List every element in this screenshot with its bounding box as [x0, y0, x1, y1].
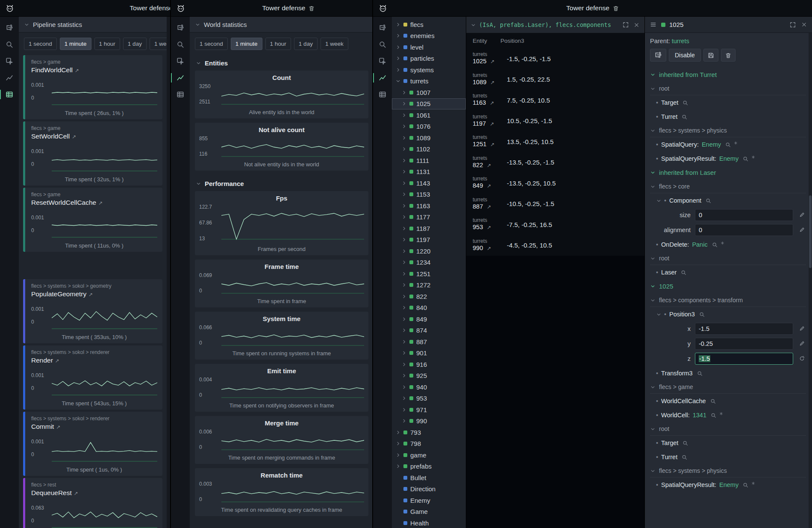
search-icon[interactable]: [710, 398, 716, 404]
chevron-icon[interactable]: [401, 169, 406, 174]
chevron-icon[interactable]: [401, 283, 406, 287]
time-range-1-hour[interactable]: 1 hour: [94, 38, 120, 50]
tree-item-1025[interactable]: 1025: [392, 98, 466, 110]
chevron-icon[interactable]: [401, 407, 406, 412]
tree-item-turrets[interactable]: turrets: [392, 76, 466, 87]
inspector-group-header[interactable]: flecs > systems > physics: [650, 124, 806, 137]
card-title-link[interactable]: Render↗: [31, 357, 157, 364]
query-result-row-849[interactable]: turrets849 ↗-13.5, -0.25, 10.5: [466, 173, 644, 194]
search-icon[interactable]: [682, 114, 687, 120]
chevron-icon[interactable]: [401, 237, 406, 242]
query-result-row-953[interactable]: turrets953 ↗-7.5, -0.25, 16.5: [466, 214, 644, 235]
tree-item-916[interactable]: 916: [392, 359, 466, 370]
inspect-icon[interactable]: [174, 54, 187, 68]
inspector-group-header[interactable]: flecs > core: [650, 180, 806, 193]
entity-cell[interactable]: turrets1089 ↗: [466, 73, 500, 86]
chevron-icon[interactable]: [401, 158, 406, 163]
inspector-group-header[interactable]: flecs > systems > physics: [650, 464, 806, 478]
table-icon[interactable]: [3, 88, 16, 101]
component-row[interactable]: •Turret: [650, 450, 806, 464]
tree-item-940[interactable]: 940: [392, 381, 466, 393]
chevron-icon[interactable]: [401, 101, 406, 106]
tree-item-Bullet[interactable]: Bullet: [392, 472, 466, 484]
tree-item-1272[interactable]: 1272: [392, 280, 466, 291]
chevron-icon[interactable]: [401, 136, 406, 140]
inspector-group-header[interactable]: root: [650, 251, 806, 265]
chevron-down-icon[interactable]: [471, 23, 476, 27]
chevron-icon[interactable]: [401, 328, 406, 333]
tree-item-1089[interactable]: 1089: [392, 132, 466, 144]
entity-cell[interactable]: turrets849 ↗: [466, 176, 500, 190]
undo-icon[interactable]: [797, 356, 806, 361]
close-icon[interactable]: [800, 21, 808, 28]
search-icon[interactable]: [683, 100, 688, 106]
time-range-1-day[interactable]: 1 day: [123, 38, 147, 50]
tree-item-flecs[interactable]: flecs: [392, 19, 466, 30]
chevron-icon[interactable]: [401, 317, 406, 322]
component-row[interactable]: •Target: [650, 95, 806, 109]
inspect-icon[interactable]: [376, 54, 389, 68]
delete-button[interactable]: [721, 49, 736, 62]
chevron-icon[interactable]: [401, 147, 406, 151]
component-value-link[interactable]: Enemy: [702, 141, 721, 148]
edit-icon[interactable]: [797, 227, 806, 233]
search-icon[interactable]: [174, 38, 187, 51]
chart-icon[interactable]: [376, 71, 389, 85]
tree-item-particles[interactable]: particles: [392, 53, 466, 65]
time-range-1-hour[interactable]: 1 hour: [265, 38, 291, 50]
entity-cell[interactable]: turrets822 ↗: [466, 156, 500, 169]
search-icon[interactable]: [699, 312, 705, 317]
inspector-section-header[interactable]: 1025: [650, 279, 806, 293]
entity-cell[interactable]: turrets1197 ↗: [466, 114, 500, 128]
tree-item-prefabs[interactable]: prefabs: [392, 461, 466, 472]
asterisk-icon[interactable]: [751, 481, 755, 485]
chart-icon[interactable]: [3, 71, 16, 85]
chevron-icon[interactable]: [395, 453, 400, 457]
entity-cell[interactable]: turrets990 ↗: [466, 239, 500, 252]
query-result-row-1163[interactable]: turrets1163 ↗7.5, -0.25, 10.5: [466, 90, 644, 111]
chevron-icon[interactable]: [401, 351, 406, 355]
chevron-down-icon[interactable]: [656, 199, 661, 203]
chevron-icon[interactable]: [401, 294, 406, 299]
table-icon[interactable]: [174, 88, 187, 101]
tree-item-1061[interactable]: 1061: [392, 109, 466, 121]
parent-link[interactable]: turrets: [672, 38, 689, 44]
tree-item-1251[interactable]: 1251: [392, 268, 466, 280]
component-value-link[interactable]: Enemy: [719, 155, 738, 162]
field-input-z[interactable]: -1.5: [695, 353, 793, 365]
query-result-row-1025[interactable]: turrets1025 ↗-1.5, -0.25, -1.5: [466, 48, 644, 69]
tree-item-level[interactable]: level: [392, 41, 466, 53]
search-icon[interactable]: [706, 198, 711, 204]
chevron-icon[interactable]: [401, 249, 406, 254]
chevron-icon[interactable]: [395, 68, 400, 72]
tree-item-1163[interactable]: 1163: [392, 200, 466, 212]
outliner-icon[interactable]: [3, 21, 16, 35]
query-result-row-887[interactable]: turrets887 ↗-10.5, -0.25, -1.5: [466, 194, 644, 215]
chevron-icon[interactable]: [395, 79, 400, 83]
component-row[interactable]: •Laser: [650, 265, 806, 279]
time-range-1-week[interactable]: 1 week: [321, 38, 348, 50]
tree-item-game[interactable]: game: [392, 449, 466, 461]
tree-item-Health[interactable]: Health: [392, 517, 466, 528]
chevron-icon[interactable]: [401, 192, 406, 197]
tree-item-874[interactable]: 874: [392, 325, 466, 336]
query-result-row-1089[interactable]: turrets1089 ↗1.5, -0.25, 22.5: [466, 69, 644, 90]
search-icon[interactable]: [725, 142, 731, 147]
chevron-down-icon[interactable]: [656, 313, 661, 316]
component-row[interactable]: •Component: [650, 193, 806, 207]
component-row[interactable]: •Position3: [650, 307, 806, 321]
card-title-link[interactable]: ResetWorldCellCache↗: [31, 199, 157, 206]
time-range-1-minute[interactable]: 1 minute: [231, 38, 262, 50]
time-range-1-minute[interactable]: 1 minute: [60, 38, 91, 50]
tree-item-1220[interactable]: 1220: [392, 245, 466, 257]
card-title-link[interactable]: PopulateGeometry↗: [31, 290, 157, 298]
tree-item-822[interactable]: 822: [392, 291, 466, 302]
time-range-1-week[interactable]: 1 week: [150, 38, 167, 50]
tree-item-1076[interactable]: 1076: [392, 121, 466, 133]
query-result-row-1251[interactable]: turrets1251 ↗13.5, -0.25, 10.5: [466, 131, 644, 152]
entity-cell[interactable]: turrets887 ↗: [466, 197, 500, 211]
query-result-row-1197[interactable]: turrets1197 ↗10.5, -0.25, -1.5: [466, 111, 644, 132]
tree-item-systems[interactable]: systems: [392, 64, 466, 76]
tree-item-990[interactable]: 990: [392, 416, 466, 427]
entity-cell[interactable]: turrets953 ↗: [466, 218, 500, 231]
